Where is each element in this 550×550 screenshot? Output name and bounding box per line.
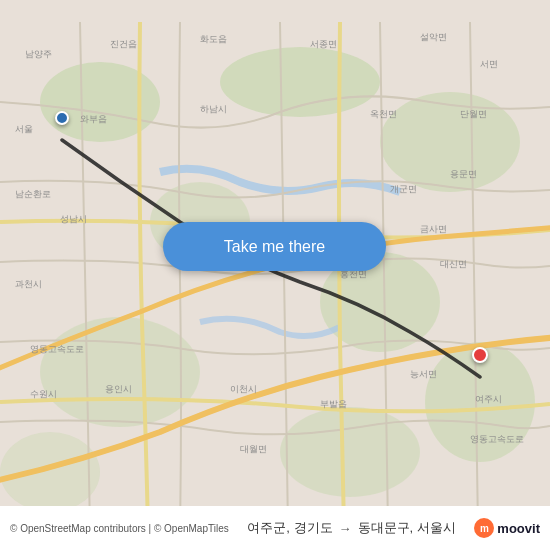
svg-text:서울: 서울	[15, 124, 33, 134]
svg-text:영동고속도로: 영동고속도로	[30, 344, 84, 354]
svg-text:용문면: 용문면	[450, 169, 477, 179]
take-me-there-button[interactable]: Take me there	[163, 222, 386, 271]
svg-point-6	[40, 317, 200, 427]
moovit-m-icon: m	[474, 518, 494, 538]
svg-text:이천시: 이천시	[230, 384, 257, 394]
svg-text:서면: 서면	[480, 59, 498, 69]
route-from: 여주군, 경기도	[247, 519, 332, 537]
svg-text:여주시: 여주시	[475, 394, 502, 404]
svg-text:대신면: 대신면	[440, 259, 467, 269]
attribution-text: © OpenStreetMap contributors | © OpenMap…	[10, 523, 229, 534]
svg-point-8	[280, 407, 420, 497]
svg-text:수원시: 수원시	[30, 389, 57, 399]
svg-text:하남시: 하남시	[200, 104, 227, 114]
svg-text:과천시: 과천시	[15, 279, 42, 289]
svg-text:단월면: 단월면	[460, 109, 487, 119]
moovit-logo: m moovit	[474, 518, 540, 538]
svg-text:서종면: 서종면	[310, 39, 337, 49]
svg-point-1	[40, 62, 160, 142]
svg-text:영동고속도로: 영동고속도로	[470, 434, 524, 444]
svg-text:옥천면: 옥천면	[370, 109, 397, 119]
svg-text:와부읍: 와부읍	[80, 114, 107, 124]
route-arrow-icon: →	[339, 521, 352, 536]
svg-text:개군면: 개군면	[390, 184, 417, 194]
map-container: 남양주 진건읍 화도읍 서종면 설악면 서면 단월면 서울 와부읍 하남시 옥천…	[0, 0, 550, 550]
svg-text:설악면: 설악면	[420, 32, 447, 42]
route-to: 동대문구, 서울시	[358, 519, 456, 537]
svg-text:대월면: 대월면	[240, 444, 267, 454]
origin-location-dot	[55, 111, 69, 125]
svg-text:진건읍: 진건읍	[110, 39, 137, 49]
route-summary: 여주군, 경기도 → 동대문구, 서울시	[247, 519, 455, 537]
svg-text:부발읍: 부발읍	[320, 399, 347, 409]
svg-text:용인시: 용인시	[105, 384, 132, 394]
svg-text:화도읍: 화도읍	[200, 34, 227, 44]
svg-point-9	[0, 432, 100, 512]
svg-text:능서면: 능서면	[410, 369, 437, 379]
svg-text:성남시: 성남시	[60, 214, 87, 224]
svg-text:남양주: 남양주	[25, 49, 52, 59]
moovit-logo-text: moovit	[497, 521, 540, 536]
destination-location-dot	[472, 347, 488, 363]
svg-text:금사면: 금사면	[420, 224, 447, 234]
bottom-bar: © OpenStreetMap contributors | © OpenMap…	[0, 506, 550, 550]
map-svg: 남양주 진건읍 화도읍 서종면 설악면 서면 단월면 서울 와부읍 하남시 옥천…	[0, 0, 550, 550]
svg-text:남순환로: 남순환로	[15, 189, 51, 199]
